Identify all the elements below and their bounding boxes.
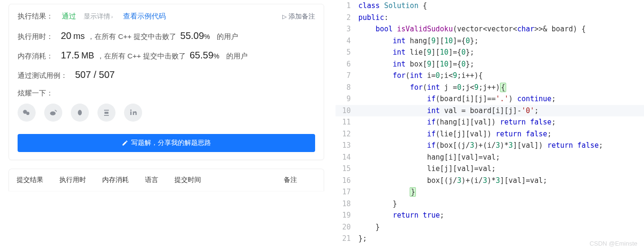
testcases-row: 通过测试用例： 507 / 507 (18, 69, 315, 80)
testcases-label: 通过测试用例： (18, 71, 67, 80)
code-line[interactable]: 19 return true; (336, 210, 644, 221)
result-status: 通过 (62, 12, 76, 21)
svg-point-2 (50, 112, 56, 115)
share-icons (18, 104, 315, 122)
code-line[interactable]: 6 int box[9][10]={0}; (336, 58, 644, 70)
runtime-unit: ms (73, 31, 85, 41)
linkedin-icon[interactable] (124, 104, 142, 122)
col-memory: 内存消耗 (102, 176, 129, 184)
code-line[interactable]: 5 int lie[9][10]={0}; (336, 47, 644, 58)
memory-label: 内存消耗： (18, 52, 53, 61)
result-panel-container: 执行结果： 通过 显示详情› 查看示例代码 ▷添加备注 执行用时： 20 ms … (0, 0, 333, 248)
submissions-table-header: 提交结果 执行用时 内存消耗 语言 提交时间 备注 (9, 169, 324, 191)
code-line[interactable]: 15 lie[j][val]=val; (336, 163, 644, 175)
code-line[interactable]: 10 int val = board[i][j]-'0'; (336, 105, 644, 117)
douban-icon[interactable] (97, 104, 115, 122)
col-runtime: 执行用时 (59, 176, 86, 184)
pencil-icon (122, 140, 128, 146)
code-line[interactable]: 7 for(int i=0;i<9;i++){ (336, 70, 644, 82)
col-language: 语言 (145, 176, 158, 184)
code-line[interactable]: 20 } (336, 221, 644, 233)
memory-percent: 65.59 (190, 50, 213, 61)
code-line[interactable]: 13 if(box[(j/3)+(i/3)*3][val]) return fa… (336, 140, 644, 152)
watermark: CSDN @Eminste (589, 240, 637, 247)
result-label: 执行结果： (18, 12, 53, 21)
testcases-value: 507 / 507 (75, 69, 115, 80)
share-label: 炫耀一下： (18, 89, 315, 98)
memory-row: 内存消耗： 17.5 MB ，在所有 C++ 提交中击败了 65.59% 的用户 (18, 50, 315, 61)
runtime-value: 20 (61, 30, 71, 41)
write-solution-button[interactable]: 写题解，分享我的解题思路 (18, 134, 315, 152)
svg-rect-5 (105, 112, 108, 114)
svg-rect-6 (104, 115, 109, 116)
code-line[interactable]: 2public: (336, 12, 644, 24)
code-line[interactable]: 14 hang[i][val]=val; (336, 152, 644, 163)
memory-value: 17.5 (61, 50, 79, 61)
code-line[interactable]: 16 box[(j/3)+(i/3)*3][val]=val; (336, 175, 644, 187)
svg-point-8 (130, 110, 132, 111)
weibo-icon[interactable] (44, 104, 62, 122)
add-note-button[interactable]: ▷添加备注 (282, 12, 315, 21)
svg-rect-7 (130, 112, 132, 115)
qq-icon[interactable] (71, 104, 89, 122)
code-line[interactable]: 12 if(lie[j][val]) return false; (336, 128, 644, 140)
result-header-row: 执行结果： 通过 显示详情› 查看示例代码 ▷添加备注 (18, 12, 315, 21)
code-line[interactable]: 4 int hang[9][10]={0}; (336, 35, 644, 47)
memory-unit: MB (81, 51, 94, 61)
result-panel: 执行结果： 通过 显示详情› 查看示例代码 ▷添加备注 执行用时： 20 ms … (9, 4, 324, 160)
code-line[interactable]: 1class Solution { (336, 0, 644, 12)
svg-point-1 (26, 112, 29, 115)
col-note: 备注 (284, 176, 297, 184)
chevron-right-icon: › (111, 14, 113, 19)
runtime-label: 执行用时： (18, 32, 53, 41)
code-line[interactable]: 8 for(int j =0;j<9;j++){ (336, 82, 644, 94)
show-detail-link[interactable]: 显示详情› (84, 12, 113, 21)
code-line[interactable]: 18 } (336, 198, 644, 210)
col-result: 提交结果 (17, 176, 43, 184)
runtime-row: 执行用时： 20 ms ，在所有 C++ 提交中击败了 55.09% 的用户 (18, 30, 315, 41)
code-line[interactable]: 3 bool isValidSudoku(vector<vector<char>… (336, 23, 644, 35)
code-editor[interactable]: 1class Solution {2public:3 bool isValidS… (336, 0, 644, 245)
wechat-icon[interactable] (18, 104, 36, 122)
runtime-percent: 55.09 (180, 30, 204, 41)
svg-point-3 (78, 110, 82, 115)
code-line[interactable]: 11 if(hang[i][val]) return false; (336, 116, 644, 128)
view-sample-code-link[interactable]: 查看示例代码 (123, 12, 166, 21)
code-pane: 1class Solution {2public:3 bool isValidS… (333, 0, 644, 248)
code-line[interactable]: 9 if(board[i][j]=='.') continue; (336, 93, 644, 105)
play-icon: ▷ (282, 13, 287, 20)
col-submit-time: 提交时间 (174, 176, 201, 184)
code-line[interactable]: 17 } (336, 186, 644, 198)
svg-rect-4 (104, 110, 109, 111)
